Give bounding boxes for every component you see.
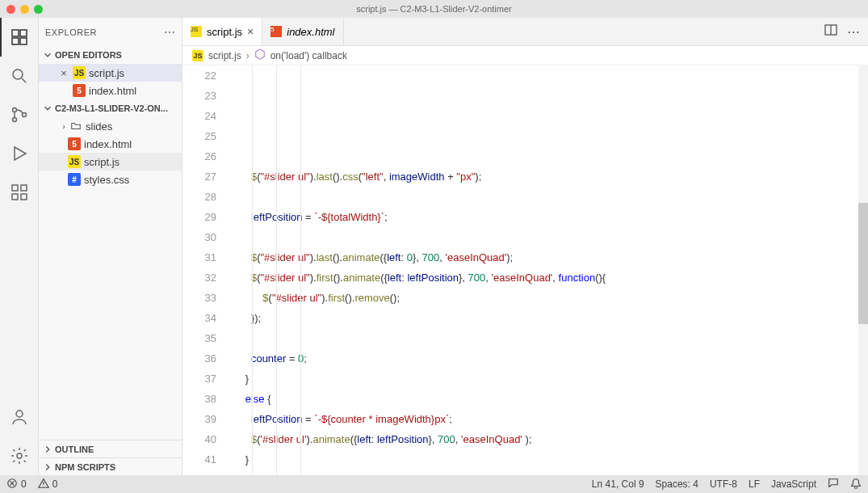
tree-item-label: slides: [86, 120, 112, 133]
code-line[interactable]: $("#slider ul").last().css("left", image…: [228, 166, 858, 187]
titlebar: script.js — C2-M3-L1-Slider-V2-ontimer: [0, 0, 868, 18]
more-actions-icon[interactable]: ⋯: [847, 24, 860, 40]
open-editors-section[interactable]: OPEN EDITORS: [39, 46, 182, 64]
code-line[interactable]: leftPosition = `-${counter * imageWidth}…: [228, 409, 858, 429]
code-line[interactable]: $('#slider ul').animate({left: leftPosit…: [228, 429, 858, 449]
npm-scripts-label: NPM SCRIPTS: [55, 462, 115, 472]
warnings-count: 0: [52, 478, 58, 490]
code-line[interactable]: else {: [228, 389, 858, 409]
svg-rect-5: [21, 185, 27, 191]
folder-icon: [69, 120, 82, 133]
open-editors-tree: × JS script.js 5 index.html: [39, 64, 182, 99]
symbol-icon: [254, 48, 266, 62]
css-file-icon: #: [68, 173, 81, 186]
sidebar: EXPLORER ⋯ OPEN EDITORS × JS script.js 5…: [39, 18, 182, 475]
cursor-position[interactable]: Ln 41, Col 9: [592, 478, 644, 490]
code-line[interactable]: $("#slider ul").last().animate({left: 0}…: [228, 247, 858, 268]
html-file-icon: 5: [270, 26, 282, 37]
code-content[interactable]: $("#slider ul").last().css("left", image…: [228, 65, 858, 475]
open-editor-label: index.html: [89, 85, 136, 97]
tree-file-stylescss[interactable]: # styles.css: [39, 171, 182, 188]
tree-file-scriptjs[interactable]: JS script.js: [39, 153, 182, 171]
close-tab-icon[interactable]: ×: [247, 25, 254, 38]
indentation-status[interactable]: Spaces: 4: [656, 478, 698, 490]
code-line[interactable]: }: [228, 369, 858, 389]
scm-activity[interactable]: [0, 95, 38, 134]
settings-activity[interactable]: [0, 436, 38, 475]
code-line[interactable]: $("#slider ul").first().remove();: [228, 288, 858, 308]
svg-rect-6: [12, 194, 18, 200]
close-window-icon[interactable]: [6, 5, 15, 14]
run-activity[interactable]: [0, 134, 38, 173]
sidebar-title: EXPLORER: [45, 27, 97, 37]
code-line[interactable]: }: [228, 449, 858, 470]
html-file-icon: 5: [68, 137, 81, 150]
npm-scripts-section[interactable]: NPM SCRIPTS: [39, 457, 182, 475]
search-activity[interactable]: [0, 57, 38, 95]
js-file-icon: JS: [192, 50, 203, 61]
js-file-icon: JS: [191, 26, 202, 37]
js-file-icon: JS: [68, 155, 81, 168]
scrollbar-thumb[interactable]: [858, 203, 868, 324]
tab-indexhtml[interactable]: 5 index.html: [262, 18, 343, 45]
open-editor-scriptjs[interactable]: × JS script.js: [39, 64, 182, 82]
activity-bar: [0, 18, 39, 475]
code-line[interactable]: });: [228, 308, 858, 328]
outline-label: OUTLINE: [55, 445, 94, 454]
breadcrumb[interactable]: JS script.js › on('load') callback: [182, 46, 868, 65]
tab-bar: JS script.js × 5 index.html ⋯: [182, 18, 868, 46]
tab-scriptjs[interactable]: JS script.js ×: [182, 18, 262, 45]
account-activity[interactable]: [0, 398, 38, 436]
language-status[interactable]: JavaScript: [771, 478, 816, 490]
split-editor-icon[interactable]: [824, 23, 837, 40]
sidebar-more-icon[interactable]: ⋯: [164, 26, 176, 39]
tab-label: index.html: [287, 26, 334, 38]
svg-point-0: [13, 70, 23, 79]
svg-rect-7: [21, 194, 27, 200]
code-line[interactable]: [228, 227, 858, 247]
editor-actions: ⋯: [816, 18, 868, 45]
code-line[interactable]: }: [228, 470, 858, 475]
open-editor-indexhtml[interactable]: 5 index.html: [39, 82, 182, 99]
tree-folder-slides[interactable]: › slides: [39, 117, 182, 135]
notifications-icon[interactable]: [850, 478, 862, 491]
svg-point-1: [12, 108, 16, 112]
tab-label: script.js: [207, 26, 242, 38]
code-line[interactable]: $("#slider ul").first().animate({left: l…: [228, 268, 858, 288]
eol-status[interactable]: LF: [748, 478, 760, 490]
code-line[interactable]: leftPosition = `-${totalWidth}`;: [228, 207, 858, 227]
errors-status[interactable]: [6, 478, 18, 491]
feedback-icon[interactable]: [828, 478, 839, 491]
tree-item-label: styles.css: [84, 174, 129, 186]
breadcrumb-file[interactable]: script.js: [208, 50, 241, 61]
encoding-status[interactable]: UTF-8: [710, 478, 737, 490]
code-editor[interactable]: 2223242526272829303132333435363738394041…: [182, 65, 868, 475]
minimize-window-icon[interactable]: [20, 5, 29, 14]
open-editors-label: OPEN EDITORS: [55, 50, 122, 60]
tree-file-indexhtml[interactable]: 5 index.html: [39, 135, 182, 153]
chevron-right-icon: ›: [58, 121, 69, 131]
html-file-icon: 5: [73, 84, 86, 97]
errors-count: 0: [21, 478, 27, 490]
window-controls: [0, 5, 43, 14]
warnings-status[interactable]: [38, 478, 49, 491]
code-line[interactable]: [228, 187, 858, 207]
editor-area: JS script.js × 5 index.html ⋯ JS script.…: [182, 18, 868, 475]
svg-rect-4: [12, 185, 18, 191]
breadcrumb-symbol[interactable]: on('load') callback: [270, 50, 347, 61]
scrollbar[interactable]: [858, 65, 868, 475]
svg-point-2: [12, 118, 16, 122]
js-file-icon: JS: [73, 66, 86, 79]
close-icon[interactable]: ×: [58, 67, 69, 79]
extensions-activity[interactable]: [0, 173, 38, 212]
folder-name: C2-M3-L1-SLIDER-V2-ON...: [55, 103, 168, 113]
maximize-window-icon[interactable]: [34, 5, 43, 14]
code-line[interactable]: [228, 328, 858, 348]
outline-section[interactable]: OUTLINE: [39, 440, 182, 457]
explorer-activity[interactable]: [0, 18, 38, 57]
tree-item-label: index.html: [84, 138, 132, 150]
folder-section[interactable]: C2-M3-L1-SLIDER-V2-ON...: [39, 99, 182, 117]
sidebar-header: EXPLORER ⋯: [39, 18, 182, 46]
code-line[interactable]: counter = 0;: [228, 348, 858, 369]
window-title: script.js — C2-M3-L1-Slider-V2-ontimer: [0, 4, 868, 14]
